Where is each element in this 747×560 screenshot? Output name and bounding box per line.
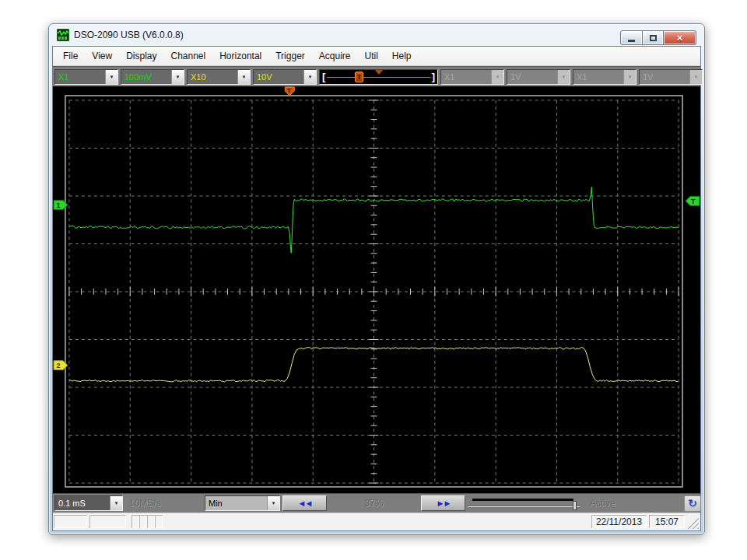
ch2-position-marker-label: 2 xyxy=(56,362,60,369)
ext2-probe-value: X1 xyxy=(573,70,623,84)
trigger-triangle-icon[interactable] xyxy=(375,70,383,75)
chevron-down-icon[interactable]: ▼ xyxy=(303,70,316,84)
ch1-probe-value: X1 xyxy=(55,70,105,84)
menu-item-view[interactable]: View xyxy=(85,47,119,65)
minimize-button[interactable] xyxy=(620,30,643,45)
ch1-voltage-combo[interactable]: 100mV ▼ xyxy=(121,69,184,85)
ext1-voltage-combo-disabled: 1V ▼ xyxy=(507,69,570,85)
scroll-left-button[interactable]: ◄◄ xyxy=(282,495,327,511)
menu-item-display[interactable]: Display xyxy=(119,47,163,65)
app-icon xyxy=(57,29,69,41)
ch1-probe-combo[interactable]: X1 ▼ xyxy=(54,69,118,85)
maximize-icon xyxy=(650,35,657,41)
close-icon: × xyxy=(677,32,683,44)
close-button[interactable]: × xyxy=(664,30,696,45)
oscilloscope-display[interactable]: 12TT xyxy=(53,86,700,493)
acquisition-status-label: Active xyxy=(585,495,682,511)
menu-item-horizontal[interactable]: Horizontal xyxy=(212,47,268,65)
maximize-button[interactable] xyxy=(643,30,664,45)
rewind-icon: ◄◄ xyxy=(298,499,312,508)
channel-toolbar: X1 ▼ 100mV ▼ X10 ▼ 10V ▼ [ ] T xyxy=(53,66,700,86)
status-indicator-cell xyxy=(147,515,155,528)
ch2-probe-combo[interactable]: X10 ▼ xyxy=(187,69,251,85)
transport-toolbar: 0.1 mS ▼ 10MS/s Min ▼ ◄◄ 37% ►► Active ↻ xyxy=(53,493,700,513)
chevron-down-icon[interactable]: ▼ xyxy=(110,496,122,510)
position-slider[interactable] xyxy=(468,495,583,513)
status-cell xyxy=(54,515,87,528)
ch2-voltage-value: 10V xyxy=(254,70,303,84)
app-window: DSO-2090 USB (V6.0.0.8) × File View Disp… xyxy=(48,23,705,535)
menu-item-acquire[interactable]: Acquire xyxy=(312,47,358,65)
ch2-voltage-combo[interactable]: 10V ▼ xyxy=(253,69,317,85)
ch2-probe-value: X10 xyxy=(188,70,237,84)
status-indicator-cell xyxy=(139,515,147,528)
trigger-position-marker[interactable]: T xyxy=(355,72,363,82)
status-time: 15:07 xyxy=(649,515,685,528)
menu-item-channel[interactable]: Channel xyxy=(164,47,213,65)
trigger-bar-line xyxy=(327,77,430,78)
timebase-combo[interactable]: 0.1 mS ▼ xyxy=(54,495,123,511)
waveform-ch2 xyxy=(69,347,678,382)
horizontal-trigger-marker-label: T xyxy=(287,88,291,93)
menu-item-util[interactable]: Util xyxy=(358,47,385,65)
buffer-position-percent: 37% xyxy=(329,495,419,511)
scope-canvas: 12TT xyxy=(53,86,700,493)
status-date: 22/11/2013 xyxy=(591,515,647,528)
status-bar: 22/11/2013 15:07 xyxy=(53,513,700,530)
client-area: File View Display Channel Horizontal Tri… xyxy=(52,46,701,531)
title-bar[interactable]: DSO-2090 USB (V6.0.0.8) × xyxy=(49,24,704,46)
ch1-voltage-value: 100mV xyxy=(121,70,171,84)
chevron-down-icon: ▼ xyxy=(689,70,702,84)
bracket-left-icon: [ xyxy=(322,71,325,82)
ext2-voltage-combo-disabled: 1V ▼ xyxy=(639,69,703,85)
acquisition-mode-combo[interactable]: Min ▼ xyxy=(205,495,280,511)
minimize-icon xyxy=(628,40,635,42)
bracket-right-icon: ] xyxy=(432,71,435,82)
window-title: DSO-2090 USB (V6.0.0.8) xyxy=(74,30,184,40)
menu-bar: File View Display Channel Horizontal Tri… xyxy=(53,47,700,66)
sample-rate-label: 10MS/s xyxy=(125,495,202,511)
trigger-position-bar[interactable]: [ ] T xyxy=(319,69,438,85)
forward-icon: ►► xyxy=(437,499,451,508)
slider-handle[interactable] xyxy=(573,501,577,510)
status-indicator-cell xyxy=(155,515,163,528)
chevron-down-icon: ▼ xyxy=(623,70,636,84)
timebase-value: 0.1 mS xyxy=(55,496,110,510)
chevron-down-icon: ▼ xyxy=(491,70,503,84)
chevron-down-icon[interactable]: ▼ xyxy=(267,496,279,510)
refresh-button[interactable]: ↻ xyxy=(684,495,701,512)
chevron-down-icon[interactable]: ▼ xyxy=(171,70,184,84)
ext1-probe-combo-disabled: X1 ▼ xyxy=(440,69,504,85)
chevron-down-icon: ▼ xyxy=(557,70,570,84)
chevron-down-icon[interactable]: ▼ xyxy=(237,70,250,84)
ext2-voltage-value: 1V xyxy=(640,70,689,84)
status-indicator-cell xyxy=(132,515,139,528)
menu-item-help[interactable]: Help xyxy=(385,47,419,65)
ext1-voltage-value: 1V xyxy=(507,70,557,84)
resize-grip[interactable] xyxy=(688,518,699,529)
menu-item-file[interactable]: File xyxy=(56,47,85,65)
ch1-position-marker-label: 1 xyxy=(56,201,60,209)
chevron-down-icon[interactable]: ▼ xyxy=(105,70,117,84)
ext1-probe-value: X1 xyxy=(441,70,491,84)
refresh-icon: ↻ xyxy=(688,497,697,509)
scroll-right-button[interactable]: ►► xyxy=(421,495,465,511)
status-cell xyxy=(89,515,126,528)
menu-item-trigger[interactable]: Trigger xyxy=(268,47,312,65)
acquisition-mode-value: Min xyxy=(205,496,267,510)
slider-groove[interactable] xyxy=(468,506,580,507)
trigger-level-marker-label: T xyxy=(691,198,696,205)
slider-fill-bar xyxy=(472,499,573,501)
ext2-probe-combo-disabled: X1 ▼ xyxy=(573,69,637,85)
